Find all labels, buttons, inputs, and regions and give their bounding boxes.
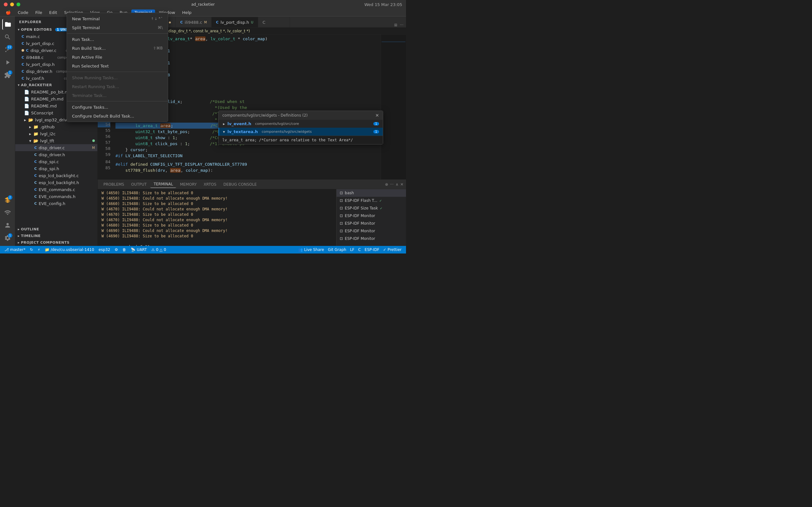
term-instance-size[interactable]: ⊡ ESP-IDF Size Task ✓ bbox=[337, 205, 406, 212]
dropdown-sep-1 bbox=[67, 33, 168, 34]
status-esp-idf[interactable]: ESP-IDF bbox=[363, 246, 381, 253]
status-liveshare[interactable]: 👥 Live Share bbox=[296, 246, 326, 253]
file-eve-commands-c[interactable]: C EVE_commands.c bbox=[15, 186, 97, 193]
status-language[interactable]: C bbox=[356, 246, 362, 253]
menu-edit[interactable]: Edit bbox=[46, 9, 60, 15]
term-instance-monitor-3[interactable]: ⊡ ESP-IDF Monitor bbox=[337, 227, 406, 235]
file-esp-lcd-backlight-c[interactable]: C esp_lcd_backlight.c bbox=[15, 172, 97, 179]
status-uart[interactable]: 📡 UART bbox=[129, 246, 149, 253]
panel-tabs: PROBLEMS OUTPUT TERMINAL MEMORY XRTOS DE… bbox=[98, 180, 406, 189]
def-item-lv-event[interactable]: ▸ lv_event.h components/lvgl/src/core 1 bbox=[218, 120, 383, 128]
term-instance-monitor-2[interactable]: ⊡ ESP-IDF Monitor bbox=[337, 220, 406, 227]
terminal-output[interactable]: W (4650) ILI9488: Size to be allocated 0… bbox=[98, 189, 336, 246]
maximize-button[interactable] bbox=[16, 3, 20, 6]
tab-terminal[interactable]: TERMINAL bbox=[150, 181, 176, 188]
file-esp-lcd-backlight-h[interactable]: C esp_lcd_backlight.h bbox=[15, 179, 97, 186]
term-instance-bash[interactable]: ⊡ bash bbox=[337, 189, 406, 197]
panel-close-button[interactable]: ✕ bbox=[400, 182, 403, 187]
status-port[interactable]: 📁 /dev/cu.usbserial-1410 bbox=[43, 246, 96, 253]
def-item-lv-textarea[interactable]: ▾ lv_textarea.h components/lvgl/src/widg… bbox=[218, 128, 383, 135]
liveshare-icon: 👥 bbox=[298, 247, 303, 252]
status-git-branch[interactable]: ⎇ master* bbox=[3, 246, 27, 253]
close-def-button[interactable]: ✕ bbox=[375, 113, 379, 118]
menu-help[interactable]: Help bbox=[179, 9, 195, 15]
menu-run-task[interactable]: Run Task... bbox=[67, 35, 168, 44]
code-line-84: #elif defined CONFIG_LV_TFT_DISPLAY_CONT… bbox=[115, 161, 380, 167]
tab-memory[interactable]: MEMORY bbox=[177, 181, 200, 188]
folder-lvgl-tft[interactable]: ▾ 📂 lvgl_tft bbox=[15, 137, 97, 144]
file-eve-commands-h[interactable]: C EVE_commands.h bbox=[15, 193, 97, 200]
menu-run-build-task[interactable]: Run Build Task... ⇧⌘B bbox=[67, 44, 168, 53]
checkmark-icon: ✓ bbox=[379, 199, 382, 203]
activity-extensions[interactable]: 1 bbox=[2, 70, 13, 80]
file-disp-driver-h[interactable]: C disp_driver.h bbox=[15, 151, 97, 158]
status-chip[interactable]: esp32 bbox=[97, 246, 112, 253]
menu-apple[interactable]: 🍎 bbox=[3, 9, 14, 15]
activity-run[interactable] bbox=[2, 57, 13, 68]
status-lightning[interactable]: ⚡ bbox=[36, 246, 42, 253]
menu-configure-tasks[interactable]: Configure Tasks... bbox=[67, 103, 168, 112]
file-disp-spi-h[interactable]: C disp_spi.h bbox=[15, 165, 97, 172]
outline-section[interactable]: ▸ OUTLINE bbox=[15, 226, 97, 233]
c-file-icon: C bbox=[26, 49, 29, 53]
status-gitgraph[interactable]: Git Graph bbox=[326, 246, 348, 253]
activity-search[interactable] bbox=[2, 32, 13, 43]
menu-code[interactable]: Code bbox=[14, 9, 32, 15]
tab-problems[interactable]: PROBLEMS bbox=[100, 181, 128, 188]
minimize-button[interactable] bbox=[10, 3, 14, 6]
term-instance-flash[interactable]: ⊡ ESP-IDF Flash T... ✓ bbox=[337, 197, 406, 205]
status-sync[interactable]: ↻ bbox=[28, 246, 35, 253]
file-disp-spi-c[interactable]: C disp_spi.c bbox=[15, 158, 97, 165]
status-idf-gear[interactable]: ⚙ bbox=[113, 246, 120, 253]
chevron-right-icon: ▸ bbox=[29, 131, 32, 136]
split-editor-icon[interactable]: ⊞ bbox=[394, 23, 397, 27]
file-disp-driver-c[interactable]: C disp_driver.c M bbox=[15, 144, 97, 151]
folder-github[interactable]: ▸ 📁 .github bbox=[15, 123, 97, 130]
timeline-section[interactable]: ▸ TIMELINE bbox=[15, 233, 97, 239]
file-eve-config-h[interactable]: C EVE_config.h bbox=[15, 200, 97, 207]
tab-ili9488-c[interactable]: C ili9488.c M bbox=[176, 17, 212, 27]
folder-icon: 📁 bbox=[33, 131, 38, 136]
chevron-right-icon: ▸ bbox=[18, 227, 20, 231]
menu-run-active-file[interactable]: Run Active File bbox=[67, 53, 168, 61]
term-instance-monitor-1[interactable]: ⊡ ESP-IDF Monitor bbox=[337, 212, 406, 220]
activity-explorer[interactable] bbox=[2, 19, 13, 30]
more-tabs-icon[interactable]: ··· bbox=[400, 23, 403, 27]
activity-remote[interactable] bbox=[2, 207, 13, 218]
titlebar-right: Wed 15 Mar 23:05 bbox=[364, 2, 402, 7]
activity-git[interactable]: 22 bbox=[2, 44, 13, 55]
activity-account[interactable] bbox=[2, 220, 13, 231]
folder-icon: 📂 bbox=[28, 118, 33, 122]
panel-collapse-button[interactable]: ∧ bbox=[396, 182, 398, 187]
titlebar: ad_racketier Wed 15 Mar 23:05 bbox=[0, 0, 406, 9]
terminal-dropdown-menu[interactable]: New Terminal ↑ ↓ ⌃` Split Terminal ⌘\ Ru… bbox=[67, 13, 168, 122]
menu-new-terminal[interactable]: New Terminal ↑ ↓ ⌃` bbox=[67, 14, 168, 23]
folder-lvgl-i2c[interactable]: ▸ 📁 lvgl_i2c bbox=[15, 130, 97, 137]
status-prettier[interactable]: ✓ Prettier bbox=[381, 246, 403, 253]
menu-split-terminal[interactable]: Split Terminal ⌘\ bbox=[67, 23, 168, 32]
term-instance-monitor-4[interactable]: ⊡ ESP-IDF Monitor bbox=[337, 235, 406, 242]
c-file-icon: C bbox=[34, 187, 37, 192]
tab-xrtos[interactable]: XRTOS bbox=[200, 181, 219, 188]
status-line-ending[interactable]: LF bbox=[348, 246, 357, 253]
menu-configure-default-build[interactable]: Configure Default Build Task... bbox=[67, 112, 168, 120]
menu-run-selected-text[interactable]: Run Selected Text bbox=[67, 61, 168, 70]
panel-more-button[interactable]: ··· bbox=[390, 182, 394, 187]
project-components-section[interactable]: ▸ PROJECT COMPONENTS bbox=[15, 239, 97, 246]
tab-output[interactable]: OUTPUT bbox=[128, 181, 150, 188]
tab-lv-port-disp-h[interactable]: C lv_port_disp.h U bbox=[212, 17, 258, 27]
c-file-icon: C bbox=[21, 42, 24, 46]
tab-c[interactable]: C bbox=[258, 17, 290, 27]
activity-idf[interactable]: 2 bbox=[2, 194, 13, 205]
terminal-prompt[interactable]: bash-5.2$ bbox=[101, 239, 333, 246]
new-terminal-button[interactable]: ⊕ bbox=[385, 182, 388, 187]
status-trash[interactable]: 🗑 bbox=[120, 246, 128, 253]
close-button[interactable] bbox=[4, 3, 8, 6]
status-errors[interactable]: ⚠ 0 △ 0 bbox=[149, 246, 168, 253]
term-line: W (4690) ILI9488: Size to be allocated 0 bbox=[101, 233, 333, 239]
terminal-icon: ⊡ bbox=[340, 206, 343, 210]
activity-settings[interactable]: 1 bbox=[2, 233, 13, 243]
menu-file[interactable]: File bbox=[32, 9, 45, 15]
tab-debug-console[interactable]: DEBUG CONSOLE bbox=[220, 181, 260, 188]
panel-actions: ⊕ ··· ∧ ✕ bbox=[385, 182, 403, 187]
